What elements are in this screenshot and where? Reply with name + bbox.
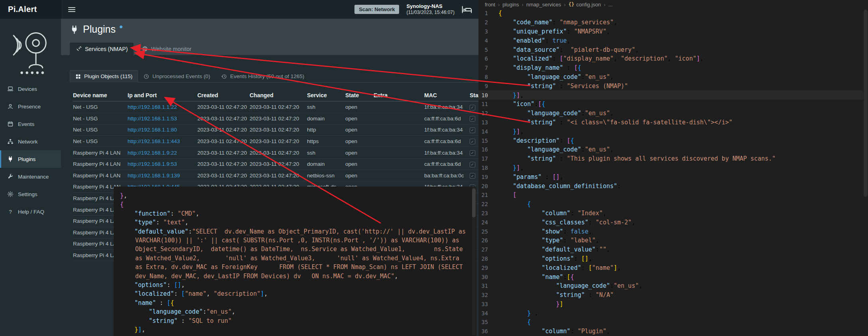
line-number: 21 bbox=[478, 192, 498, 198]
column-header[interactable]: MAC bbox=[424, 92, 470, 98]
editor-line[interactable]: 30 "name":[{ bbox=[478, 272, 868, 281]
ip-port-link[interactable]: http://192.168.1.1:443 bbox=[128, 138, 180, 144]
breadcrumb-item[interactable]: front bbox=[485, 2, 495, 8]
editor-line[interactable]: 8 "language_code":"en_us", bbox=[478, 73, 868, 82]
overlay-scrollbar-thumb[interactable] bbox=[472, 189, 476, 217]
editor-line[interactable]: 26 "type": "label", bbox=[478, 236, 868, 245]
column-header[interactable]: Device name bbox=[73, 92, 128, 98]
editor-line[interactable]: 11 "icon":[{ bbox=[478, 100, 868, 109]
sleep-bed-icon[interactable] bbox=[462, 6, 472, 13]
editor-line[interactable]: 18 }], bbox=[478, 163, 868, 173]
editor-line[interactable]: 23 "column": "Index", bbox=[478, 209, 868, 218]
tab-website-monitor[interactable]: Website monitor bbox=[136, 43, 197, 55]
column-header[interactable]: Changed bbox=[250, 92, 307, 98]
column-header[interactable]: State bbox=[345, 92, 374, 98]
editor-line[interactable]: 14 }], bbox=[478, 127, 868, 136]
column-header[interactable]: Extra bbox=[374, 92, 424, 98]
editor-line[interactable]: 24 "css_classes": "col-sm-2", bbox=[478, 218, 868, 227]
editor-line[interactable]: 7 "display_name" : [{ bbox=[478, 63, 868, 73]
ip-port-link[interactable]: http://192.168.1.1:53 bbox=[128, 116, 177, 122]
editor-line[interactable]: 6 "localized": ["display_name", "descrip… bbox=[478, 54, 868, 63]
sidebar-item-label: Maintenance bbox=[18, 174, 49, 180]
editor-line[interactable]: 16 "language_code":"en_us", bbox=[478, 145, 868, 154]
cell-created: 2023-03-11 02:47:20 bbox=[197, 104, 250, 110]
editor-line[interactable]: 10 }], bbox=[478, 90, 868, 100]
subtab-events-history-50-out-of-1265-[interactable]: Events History (50 out of 1265) bbox=[216, 70, 310, 83]
tab-services-nmap-[interactable]: Services (NMAP) bbox=[70, 43, 134, 55]
cell-device: Raspberry Pi 4 LAN bbox=[73, 173, 128, 179]
editor-line[interactable]: 15 "description": [{ bbox=[478, 136, 868, 145]
column-header[interactable]: Ip and Port bbox=[128, 92, 197, 98]
editor-line[interactable]: 22 { bbox=[478, 200, 868, 209]
editor-line[interactable]: 31 "language_code":"en_us", bbox=[478, 281, 868, 291]
info-dot-icon[interactable] bbox=[120, 26, 122, 28]
menu-toggle-icon[interactable] bbox=[68, 7, 75, 12]
ip-port-link[interactable]: http://192.168.1.1:22 bbox=[128, 104, 177, 110]
column-header[interactable]: Service bbox=[307, 92, 345, 98]
subtab-plugin-objects-115-[interactable]: Plugin Objects (115) bbox=[70, 70, 138, 83]
editor-line-code: "localized": ["name"], bbox=[498, 264, 621, 271]
breadcrumb-item[interactable]: ... bbox=[608, 2, 613, 8]
sidebar-item-label: Presence bbox=[18, 104, 41, 110]
editor-line-code: { bbox=[498, 318, 531, 326]
subtab-unprocessed-events-0-[interactable]: Unprocessed Events (0) bbox=[138, 70, 216, 83]
sidebar-item-help-faq[interactable]: ?Help / FAQ bbox=[0, 203, 61, 220]
status-checkbox[interactable]: ✓ bbox=[470, 116, 475, 122]
column-header[interactable]: Status bbox=[470, 92, 478, 98]
sidebar-item-plugins[interactable]: Plugins bbox=[0, 150, 61, 168]
ip-port-link[interactable]: http://192.168.1.1:80 bbox=[128, 127, 177, 133]
sidebar-item-maintenance[interactable]: Maintenance bbox=[0, 168, 61, 185]
ip-port-link[interactable]: http://192.168.1.9:53 bbox=[128, 161, 177, 167]
ip-port-link[interactable]: http://192.168.1.9:139 bbox=[128, 173, 180, 179]
editor-line[interactable]: 9 "string" : "Services (NMAP)" bbox=[478, 81, 868, 90]
editor-line[interactable]: 28 "options": [], bbox=[478, 254, 868, 263]
editor-line[interactable]: 33 }] bbox=[478, 300, 868, 309]
sidebar-item-devices[interactable]: Devices bbox=[0, 80, 61, 98]
editor-line-code: "description": [{ bbox=[498, 137, 574, 144]
sidebar-item-label: Devices bbox=[18, 86, 37, 92]
line-number: 34 bbox=[478, 310, 498, 316]
clock-icon bbox=[144, 74, 149, 79]
line-number: 30 bbox=[478, 274, 498, 280]
editor-line[interactable]: 35 { bbox=[478, 318, 868, 327]
breadcrumb-item[interactable]: {}config.json bbox=[569, 2, 601, 8]
editor-line[interactable]: 27 "default_value":"", bbox=[478, 245, 868, 254]
status-checkbox[interactable]: ✓ bbox=[470, 173, 475, 179]
status-checkbox[interactable]: ✓ bbox=[470, 105, 475, 110]
editor-line-code: "language_code":"en_us", bbox=[498, 110, 614, 117]
editor-line[interactable]: 1{ bbox=[478, 9, 868, 18]
editor-line[interactable]: 17 "string" : "This plugin shows all ser… bbox=[478, 154, 868, 163]
cell-device: Raspberry Pi 4 LAN bbox=[73, 150, 128, 156]
status-checkbox[interactable]: ✓ bbox=[470, 150, 475, 156]
editor-line[interactable]: 19 "params" : [], bbox=[478, 172, 868, 181]
editor-line[interactable]: 4 "enabled": true, bbox=[478, 36, 868, 45]
editor-scrollbar-thumb[interactable] bbox=[864, 10, 868, 197]
status-checkbox[interactable]: ✓ bbox=[470, 139, 475, 144]
editor-line[interactable]: 25 "show": false, bbox=[478, 227, 868, 236]
breadcrumb-item[interactable]: nmap_services bbox=[526, 2, 561, 8]
gear-icon bbox=[7, 191, 14, 197]
sidebar-item-presence[interactable]: Presence bbox=[0, 98, 61, 115]
editor-line[interactable]: 29 "localized": ["name"], bbox=[478, 263, 868, 272]
status-checkbox[interactable]: ✓ bbox=[470, 162, 475, 167]
brand-logo[interactable]: Pi.Alert bbox=[0, 0, 61, 19]
editor-line[interactable]: 21 [ bbox=[478, 191, 868, 200]
editor-line[interactable]: 3 "unique_prefix": "NMAPSRV", bbox=[478, 27, 868, 36]
sidebar-item-events[interactable]: Events bbox=[0, 115, 61, 133]
editor-line[interactable]: 2 "code_name": "nmap_services", bbox=[478, 18, 868, 27]
editor-line[interactable]: 32 "string" : "N/A" bbox=[478, 291, 868, 300]
ip-port-link[interactable]: http://192.168.1.9:22 bbox=[128, 150, 177, 156]
editor-line[interactable]: 12 "language_code":"en_us", bbox=[478, 109, 868, 118]
editor-line[interactable]: 13 "string" : "<i class=\"fa-solid fa-sa… bbox=[478, 118, 868, 127]
editor-line[interactable]: 20 "database_column_definitions": bbox=[478, 181, 868, 191]
status-checkbox[interactable]: ✓ bbox=[470, 128, 475, 133]
editor-line[interactable]: 5 "data_source": "pialert-db-query", bbox=[478, 45, 868, 54]
column-header[interactable]: Created bbox=[197, 92, 250, 98]
plugin-subtabs: Plugin Objects (115)Unprocessed Events (… bbox=[70, 70, 478, 83]
sidebar-item-settings[interactable]: Settings bbox=[0, 185, 61, 203]
breadcrumb-item[interactable]: plugins bbox=[502, 2, 519, 8]
sidebar-item-network[interactable]: Network bbox=[0, 133, 61, 150]
editor-line[interactable]: 34 } , bbox=[478, 308, 868, 318]
line-number: 23 bbox=[478, 210, 498, 216]
editor-line[interactable]: 36 "column": "Plugin", bbox=[478, 327, 868, 336]
